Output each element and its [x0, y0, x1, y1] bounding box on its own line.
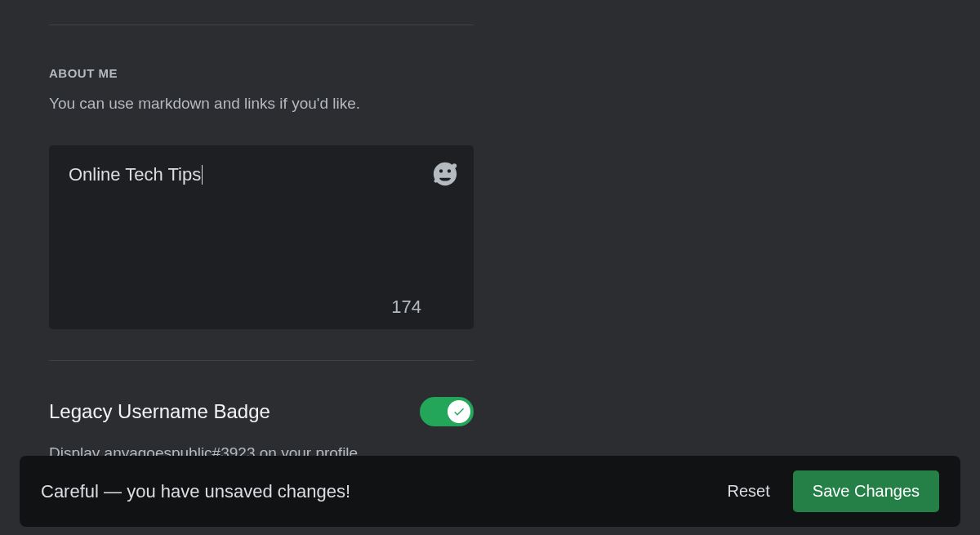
emoji-icon: [431, 160, 459, 188]
legacy-badge-label: Legacy Username Badge: [49, 400, 270, 423]
section-divider: [49, 360, 474, 361]
emoji-picker-button[interactable]: [430, 159, 460, 189]
about-me-textarea[interactable]: Online Tech Tips 174: [49, 145, 474, 329]
about-me-description: You can use markdown and links if you'd …: [49, 95, 931, 113]
legacy-badge-toggle[interactable]: [420, 397, 474, 426]
svg-point-0: [452, 163, 457, 168]
section-divider: [49, 25, 474, 25]
about-me-header: About Me: [49, 66, 931, 80]
reset-button[interactable]: Reset: [728, 482, 770, 501]
unsaved-message: Careful — you have unsaved changes!: [41, 481, 350, 502]
svg-point-1: [434, 179, 438, 182]
char-counter: 174: [69, 296, 454, 318]
about-me-text-content: Online Tech Tips: [69, 163, 454, 296]
check-icon: [452, 405, 466, 418]
unsaved-changes-bar: Careful — you have unsaved changes! Rese…: [20, 456, 960, 527]
save-changes-button[interactable]: Save Changes: [793, 470, 939, 512]
toggle-knob: [448, 400, 470, 423]
